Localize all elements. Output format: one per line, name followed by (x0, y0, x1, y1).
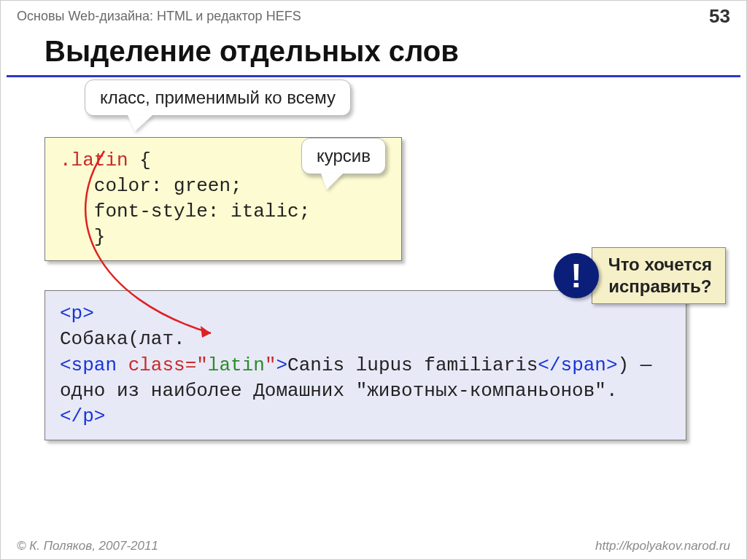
callout-tail-icon (128, 115, 152, 131)
exclamation-mark: ! (570, 256, 581, 295)
alert-note: Что хочется исправить? (592, 247, 726, 304)
span-open-end: > (276, 354, 287, 376)
page-number: 53 (709, 5, 730, 28)
exclamation-icon: ! (554, 253, 599, 298)
html-code-block: <p>Собака(лат.<span class="latin">Canis … (44, 290, 686, 440)
class-attr: class= (128, 354, 197, 376)
alert-box: ! Что хочется исправить? (554, 247, 726, 304)
footer-url: http://kpolyakov.narod.ru (595, 539, 730, 553)
copyright: © К. Поляков, 2007-2011 (17, 539, 158, 553)
q1: " (196, 354, 208, 376)
css-close: } (60, 226, 105, 248)
css-selector: .latin (60, 149, 128, 171)
css-rule-2: font-style: italic; (60, 201, 310, 222)
topbar: Основы Web-дизайна: HTML и редактор HEFS… (1, 1, 746, 31)
callout-italic-text: курсив (317, 146, 371, 166)
slide-title: Выделение отдельных слов (7, 31, 740, 77)
course-label: Основы Web-дизайна: HTML и редактор HEFS (17, 9, 301, 24)
callout-class: класс, применимый ко всему (85, 79, 351, 116)
p-open: <p> (60, 303, 94, 324)
css-rule-1: color: green; (60, 175, 242, 197)
span-close: </span> (538, 354, 617, 376)
latin-text: Canis lupus familiaris (287, 354, 538, 376)
callout-class-text: класс, применимый ко всему (100, 88, 336, 107)
alert-line1: Что хочется (608, 254, 712, 276)
span-open: <span (60, 354, 128, 376)
css-open: { (128, 149, 151, 171)
text-dog: Собака(лат. (60, 328, 185, 350)
footer: © К. Поляков, 2007-2011 http://kpolyakov… (1, 539, 746, 553)
slide: Основы Web-дизайна: HTML и редактор HEFS… (0, 0, 747, 560)
p-close: </p> (60, 405, 105, 427)
q2: " (265, 354, 276, 376)
alert-line2: исправить? (608, 276, 712, 298)
class-val: latin (208, 354, 265, 376)
callout-italic: курсив (301, 138, 386, 174)
callout-tail-icon (321, 174, 343, 190)
